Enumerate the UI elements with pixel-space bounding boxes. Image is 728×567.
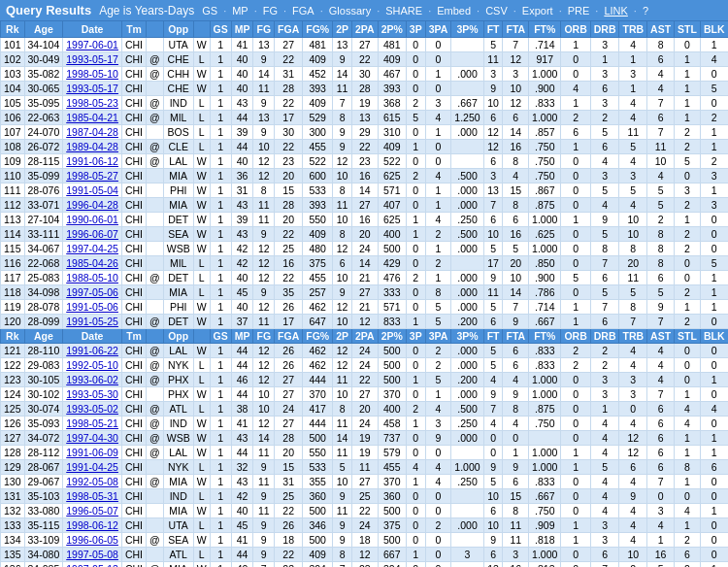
date-link[interactable]: 1998-05-31	[66, 490, 118, 502]
link-embed[interactable]: Embed	[437, 5, 471, 17]
table-cell: 6	[483, 213, 503, 227]
table-cell: L	[193, 548, 210, 562]
table-cell: 12	[253, 344, 275, 358]
date-link[interactable]: 1987-04-28	[66, 126, 118, 138]
table-cell: 44	[231, 446, 253, 460]
table-cell: 5	[590, 183, 619, 198]
table-cell: L	[193, 373, 210, 387]
date-link[interactable]: 1991-06-09	[66, 447, 118, 458]
table-cell: 5	[483, 475, 503, 489]
link-export[interactable]: Export	[522, 5, 553, 17]
table-cell: 6	[647, 402, 675, 417]
date-link[interactable]: 1985-04-21	[66, 112, 118, 123]
date-link[interactable]: 1998-05-23	[66, 97, 118, 109]
date-link[interactable]: 1993-06-02	[66, 374, 118, 385]
table-cell: .833	[529, 96, 561, 111]
date-link[interactable]: 1993-05-17	[66, 53, 118, 65]
date-link[interactable]: 1992-05-10	[66, 359, 118, 371]
link-fga[interactable]: FGA	[292, 5, 314, 17]
date-link[interactable]: 1991-05-25	[66, 316, 118, 327]
date-link[interactable]: 1985-04-26	[66, 257, 118, 269]
date-link[interactable]: 1991-06-22	[66, 345, 118, 356]
date-link[interactable]: 1997-04-25	[66, 243, 118, 254]
date-link[interactable]: 1998-05-21	[66, 417, 118, 429]
date-link[interactable]: 1996-05-07	[66, 505, 118, 517]
date-link[interactable]: 1997-05-13	[66, 563, 118, 567]
table-cell: 108	[1, 140, 25, 154]
date-link[interactable]: 1998-05-27	[66, 170, 118, 182]
date-link[interactable]: 1991-05-04	[66, 184, 118, 196]
date-link[interactable]: 1991-05-06	[66, 301, 118, 313]
link-help[interactable]: ?	[643, 5, 648, 17]
table-cell: .500	[451, 169, 483, 183]
table-cell: 4	[503, 373, 529, 387]
table-cell: 360	[378, 489, 406, 504]
date-link[interactable]: 1993-05-30	[66, 388, 118, 400]
table-cell: @	[147, 475, 164, 489]
date-link[interactable]: 1997-05-06	[66, 286, 118, 298]
table-cell: 4	[619, 504, 647, 518]
date-link[interactable]: 1993-05-17	[66, 83, 118, 94]
col-trb: TRB	[619, 21, 647, 38]
table-row: 13029-0671992-05-08CHI@MIAW1431131355102…	[1, 475, 729, 489]
table-cell: 8	[503, 154, 529, 169]
col-3pa: 3PA	[425, 21, 451, 38]
divider-cell: Age	[24, 329, 63, 344]
table-cell: 27	[275, 417, 303, 431]
table-cell: 0	[406, 358, 425, 373]
table-cell: 1.000	[529, 548, 561, 562]
table-cell: MIL	[163, 256, 193, 271]
col-blk: BLK	[700, 21, 728, 38]
table-cell: 1	[210, 417, 231, 431]
link-gs[interactable]: GS	[202, 5, 217, 17]
table-cell: 20	[352, 227, 379, 242]
link-csv[interactable]: CSV	[485, 5, 508, 17]
col-stl: STL	[675, 21, 701, 38]
date-link[interactable]: 1991-04-25	[66, 461, 118, 473]
table-cell: 6	[333, 256, 352, 271]
table-cell: 42	[231, 256, 253, 271]
date-link[interactable]: 1988-05-10	[66, 272, 118, 284]
link-link[interactable]: LINK	[604, 5, 627, 17]
date-link[interactable]: 1997-05-08	[66, 549, 118, 560]
table-cell: .000	[451, 242, 483, 256]
table-cell: 257	[303, 285, 333, 300]
table-cell: CHI	[121, 198, 146, 213]
date-link[interactable]: 1991-06-12	[66, 155, 118, 167]
date-link[interactable]: 1996-06-07	[66, 228, 118, 240]
table-cell: 129	[1, 460, 25, 475]
date-link[interactable]: 1993-05-02	[66, 403, 118, 415]
date-link[interactable]: 1992-05-08	[66, 476, 118, 487]
table-cell: CHI	[121, 67, 146, 82]
date-link[interactable]: 1990-06-01	[66, 214, 118, 225]
date-link[interactable]: 1996-04-28	[66, 199, 118, 211]
table-cell: CHI	[121, 344, 146, 358]
date-link[interactable]: 1989-04-28	[66, 141, 118, 152]
table-cell: W	[193, 315, 210, 329]
table-cell: 124	[1, 387, 25, 402]
table-cell: 0	[425, 52, 451, 67]
date-link[interactable]: 1997-06-01	[66, 39, 118, 50]
table-cell: 1	[590, 52, 619, 67]
link-mp[interactable]: MP	[232, 5, 248, 17]
link-pre[interactable]: PRE	[568, 5, 590, 17]
date-link[interactable]: 1998-05-10	[66, 68, 118, 80]
table-cell: CHI	[121, 300, 146, 315]
table-cell: 6	[503, 344, 529, 358]
table-cell: 1989-04-28	[63, 140, 122, 154]
table-cell: 5	[675, 154, 701, 169]
table-cell: 114	[1, 227, 25, 242]
table-cell: 2	[425, 358, 451, 373]
link-glossary[interactable]: Glossary	[329, 5, 371, 17]
link-fg[interactable]: FG	[263, 5, 278, 17]
table-cell: CHI	[121, 402, 146, 417]
link-share[interactable]: SHARE	[385, 5, 422, 17]
table-cell: 2	[590, 358, 619, 373]
table-row: 10826-0721989-04-28CHI@CLEL1441022455922…	[1, 140, 729, 154]
table-cell: 6	[619, 460, 647, 475]
date-link[interactable]: 1998-06-12	[66, 519, 118, 531]
table-cell: 8	[619, 242, 647, 256]
date-link[interactable]: 1996-06-05	[66, 534, 118, 546]
table-cell: 0	[647, 489, 675, 504]
date-link[interactable]: 1997-04-30	[66, 432, 118, 444]
